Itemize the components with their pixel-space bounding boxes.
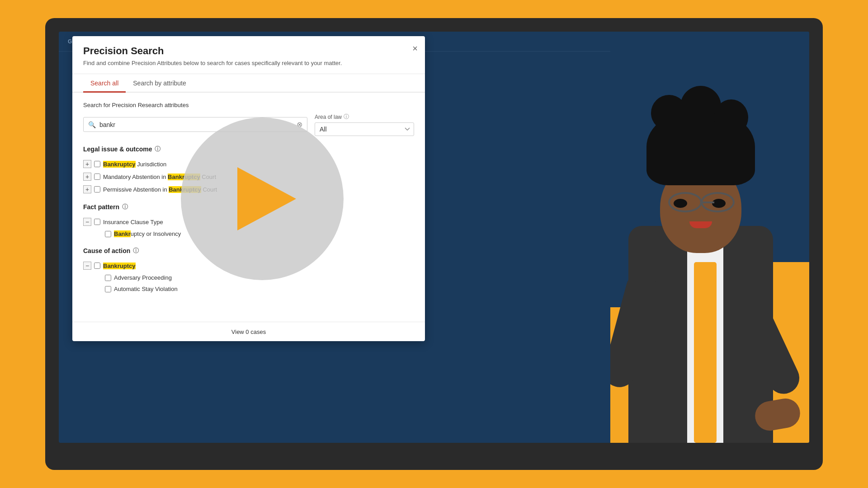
laptop-screen: GET STARTED: Cases Statutes Secondary So… bbox=[59, 32, 809, 443]
tab-search-all[interactable]: Search all bbox=[83, 74, 126, 93]
glasses-bridge bbox=[702, 202, 714, 203]
search-section-label: Search for Precision Research attributes bbox=[83, 102, 414, 108]
modal-close-button[interactable]: × bbox=[412, 43, 418, 54]
cause-of-action-info-icon: ⓘ bbox=[133, 247, 139, 255]
modal-header: Precision Search Find and combine Precis… bbox=[72, 36, 425, 74]
checkbox-bankruptcy-insolvency[interactable] bbox=[105, 231, 111, 237]
view-cases-bar: View 0 cases bbox=[72, 322, 425, 341]
laptop-frame: GET STARTED: Cases Statutes Secondary So… bbox=[45, 18, 823, 470]
expand-icon-mandatory-abstention[interactable]: + bbox=[83, 173, 91, 181]
view-cases-button[interactable]: View 0 cases bbox=[231, 328, 266, 335]
area-of-law-select[interactable]: All Bankruptcy Civil Criminal Family Tax bbox=[315, 122, 414, 136]
checkbox-insurance-clause[interactable] bbox=[94, 219, 100, 225]
expand-icon-bankruptcy-cause[interactable]: − bbox=[83, 262, 91, 270]
item-label-bankruptcy-insolvency: Bankruptcy or Insolvency bbox=[114, 230, 181, 237]
glasses-left bbox=[668, 192, 702, 212]
item-label-adversary-proceeding: Adversary Proceeding bbox=[114, 274, 172, 281]
checkbox-mandatory-abstention[interactable] bbox=[94, 174, 100, 180]
character-hair-puff-3 bbox=[714, 99, 748, 136]
item-label-bankruptcy-cause: Bankruptcy bbox=[103, 263, 136, 269]
tab-search-by-attribute[interactable]: Search by attribute bbox=[126, 74, 193, 93]
character-mouth bbox=[689, 221, 712, 228]
expand-icon-bankruptcy-jurisdiction[interactable]: + bbox=[83, 160, 91, 168]
item-label-insurance-clause: Insurance Clause Type bbox=[103, 219, 163, 225]
precision-search-modal: Precision Search Find and combine Precis… bbox=[72, 36, 425, 341]
checkbox-automatic-stay[interactable] bbox=[105, 286, 111, 292]
fact-pattern-info-icon: ⓘ bbox=[122, 203, 128, 211]
modal-title: Precision Search bbox=[83, 45, 414, 57]
area-info-icon: ⓘ bbox=[344, 113, 349, 121]
list-item: Automatic Stay Violation bbox=[83, 283, 414, 295]
item-label-automatic-stay: Automatic Stay Violation bbox=[114, 286, 178, 292]
legal-issue-info-icon: ⓘ bbox=[155, 145, 160, 153]
checkbox-bankruptcy-jurisdiction[interactable] bbox=[94, 161, 100, 167]
checkbox-permissive-abstention[interactable] bbox=[94, 186, 100, 192]
checkbox-bankruptcy-cause[interactable] bbox=[94, 263, 100, 269]
expand-icon-insurance-clause[interactable]: − bbox=[83, 218, 91, 226]
checkbox-adversary-proceeding[interactable] bbox=[105, 275, 111, 281]
area-of-law-section: Area of law ⓘ All Bankruptcy Civil Crimi… bbox=[315, 113, 414, 136]
item-label-bankruptcy-jurisdiction: Bankruptcy Jurisdiction bbox=[103, 161, 166, 168]
tabs-bar: Search all Search by attribute bbox=[72, 74, 425, 93]
play-triangle-icon bbox=[237, 167, 296, 230]
expand-icon-permissive-abstention[interactable]: + bbox=[83, 185, 91, 193]
modal-subtitle: Find and combine Precision Attributes be… bbox=[83, 60, 414, 66]
area-of-law-label: Area of law ⓘ bbox=[315, 113, 414, 121]
character-illustration bbox=[610, 32, 809, 443]
play-button[interactable] bbox=[181, 117, 344, 280]
search-icon: 🔍 bbox=[88, 121, 96, 128]
character-tie bbox=[694, 262, 717, 443]
